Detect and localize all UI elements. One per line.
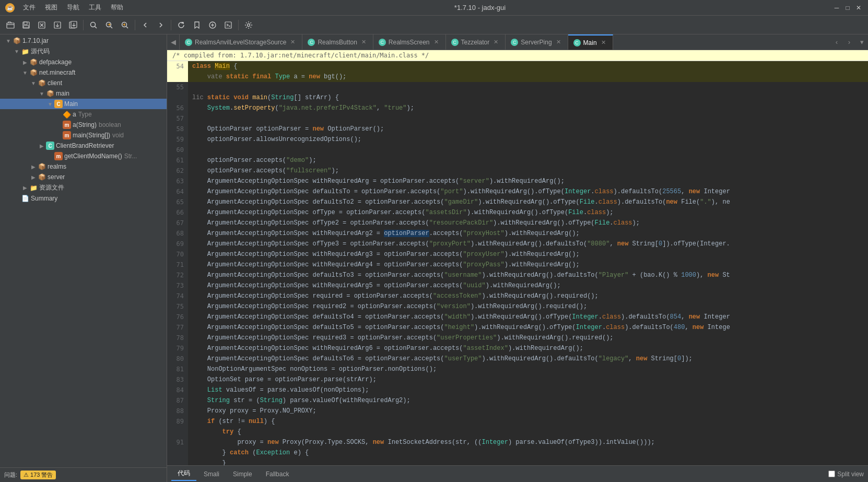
menu-file[interactable]: 文件 xyxy=(19,2,40,14)
code-editor[interactable]: /* compiled from: 1.7.10.jar:net/minecra… xyxy=(167,50,868,465)
code-line-80: ArgumentAcceptingOptionSpec defaultsTo6 … xyxy=(188,354,868,364)
tree-label-main-method: main(String[]) xyxy=(73,132,110,139)
close-button[interactable]: ✕ xyxy=(854,4,863,12)
tab-RealmsButton[interactable]: C RealmsButton ✕ xyxy=(302,34,373,50)
tree-arrow-root: ▼ xyxy=(4,38,13,44)
tree-item-ClientBrandRetriever[interactable]: ▶ C ClientBrandRetriever xyxy=(0,140,167,151)
collapse-panel-button[interactable]: ◀ xyxy=(167,34,180,50)
tab-label-Main: Main xyxy=(583,39,597,46)
code-line-83: OptionSet parse = optionParser.parse(str… xyxy=(188,374,868,385)
settings-button[interactable] xyxy=(241,18,256,32)
search-button[interactable] xyxy=(86,18,101,32)
warn-icon: ⚠ xyxy=(24,472,29,478)
package-icon-defpackage: 📦 xyxy=(29,58,38,66)
bottom-tab-code[interactable]: 代码 xyxy=(171,467,196,481)
tab-nav-next[interactable]: › xyxy=(843,34,855,50)
tab-close-ServerPing[interactable]: ✕ xyxy=(555,38,562,46)
forward-button[interactable] xyxy=(154,18,168,32)
refresh-button[interactable] xyxy=(174,18,189,32)
bottom-tab-smali[interactable]: Smali xyxy=(197,468,226,480)
tab-close-RealmsButton[interactable]: ✕ xyxy=(360,38,368,46)
window-controls: ─ □ ✕ xyxy=(832,4,863,12)
toolbar-sep-3 xyxy=(171,20,171,30)
search-prev-button[interactable] xyxy=(102,18,116,32)
tab-label-ServerPing: ServerPing xyxy=(521,39,552,46)
tree-item-resources[interactable]: ▶ 📁 资源文件 xyxy=(0,182,167,193)
ln-62: 62 xyxy=(167,166,188,176)
bottom-tab-fallback[interactable]: Fallback xyxy=(260,468,296,480)
ln-77: 77 xyxy=(167,322,188,333)
menu-view[interactable]: 视图 xyxy=(41,2,62,14)
tab-close-Main[interactable]: ✕ xyxy=(600,39,607,46)
summary-icon: 📄 xyxy=(21,194,29,203)
tree-item-client[interactable]: ▼ 📦 client xyxy=(0,78,167,88)
code-line-77: ArgumentAcceptingOptionSpec defaultsTo5 … xyxy=(188,322,868,333)
code-line-91: proxy = new Proxy(Proxy.Type.SOCKS, new … xyxy=(188,437,868,448)
tab-icon-RealmsButton: C xyxy=(308,39,315,46)
ln-57: 57 xyxy=(167,113,188,124)
tree-item-defpackage[interactable]: ▶ 📦 defpackage xyxy=(0,57,167,67)
bookmark-button[interactable] xyxy=(190,18,204,32)
svg-point-10 xyxy=(91,22,96,27)
tree-item-realms[interactable]: ▶ 📦 realms xyxy=(0,161,167,172)
tree-label-a-method: a(String) xyxy=(73,121,97,128)
back-button[interactable] xyxy=(138,18,153,32)
tree-item-main-method[interactable]: m main(String[]) void xyxy=(0,130,167,140)
package-icon-main: 📦 xyxy=(46,89,54,98)
tree-item-source[interactable]: ▼ 📁 源代码 xyxy=(0,46,167,57)
title-bar: ☕ 文件 视图 导航 工具 帮助 *1.7.10 - jadx-gui ─ □ … xyxy=(0,0,868,16)
tree-item-root[interactable]: ▼ 📦 1.7.10.jar xyxy=(0,36,167,46)
minimize-button[interactable]: ─ xyxy=(832,4,841,12)
svg-point-20 xyxy=(248,23,250,26)
tree-item-server[interactable]: ▶ 📦 server xyxy=(0,172,167,182)
tab-icon-Main: C xyxy=(573,39,581,46)
tree-item-getClientModName[interactable]: m getClientModName() Str... xyxy=(0,151,167,161)
tab-label-RealmsButton: RealmsButton xyxy=(318,39,357,46)
menu-help[interactable]: 帮助 xyxy=(107,2,127,14)
maximize-button[interactable]: □ xyxy=(843,4,852,12)
tree-label-client: client xyxy=(48,79,62,87)
save-button[interactable] xyxy=(19,18,33,32)
ln-79: 79 xyxy=(167,343,188,354)
tab-nav-prev[interactable]: ‹ xyxy=(830,34,843,50)
code-line-67: ArgumentAcceptingOptionSpec ofType2 = op… xyxy=(188,218,868,228)
tab-ServerPing[interactable]: C ServerPing ✕ xyxy=(506,34,568,50)
tab-close-RealmsScreen[interactable]: ✕ xyxy=(432,38,440,46)
tab-RealmsScreen[interactable]: C RealmsScreen ✕ xyxy=(373,34,446,50)
tab-close-RealmsAnvil[interactable]: ✕ xyxy=(289,38,297,46)
menu-nav[interactable]: 导航 xyxy=(63,2,84,14)
tree-item-net-minecraft[interactable]: ▼ 📦 net.minecraft xyxy=(0,67,167,78)
tab-RealmsAnvilLevelStorageSource[interactable]: C RealmsAnvilLevelStorageSource ✕ xyxy=(180,34,302,50)
ln-blank2 xyxy=(167,92,188,103)
tab-close-Tezzelator[interactable]: ✕ xyxy=(492,38,500,46)
open-button[interactable] xyxy=(3,18,18,32)
tree-item-summary[interactable]: 📄 Summary xyxy=(0,193,167,204)
tree-label-a-type-sub: Type xyxy=(78,111,92,118)
ln-66: 66 xyxy=(167,207,188,218)
close-file-button[interactable] xyxy=(34,18,49,32)
export2-button[interactable] xyxy=(66,18,80,32)
tab-label-RealmsScreen: RealmsScreen xyxy=(389,39,430,46)
ln-75: 75 xyxy=(167,301,188,312)
tree-label-a-type: a xyxy=(73,111,76,118)
tree-item-main-pkg[interactable]: ▼ 📦 main xyxy=(0,88,167,99)
bottom-tab-simple[interactable]: Simple xyxy=(227,468,259,480)
search-next-button[interactable] xyxy=(118,18,132,32)
split-view-label[interactable]: Split view xyxy=(828,471,864,478)
export-button[interactable] xyxy=(50,18,65,32)
tab-label-RealmsAnvil: RealmsAnvilLevelStorageSource xyxy=(195,39,286,46)
add-button[interactable] xyxy=(205,18,220,32)
tab-Main[interactable]: C Main ✕ xyxy=(568,34,613,50)
split-view-checkbox[interactable] xyxy=(828,471,835,477)
tree-item-Main[interactable]: ▼ C Main xyxy=(0,99,167,109)
ln-61: 61 xyxy=(167,155,188,166)
decompile-button[interactable] xyxy=(221,18,236,32)
tab-list-button[interactable]: ▾ xyxy=(855,34,868,50)
ln-80: 80 xyxy=(167,354,188,364)
tab-Tezzelator[interactable]: C Tezzelator ✕ xyxy=(446,34,506,50)
menu-tools[interactable]: 工具 xyxy=(85,2,105,14)
tree-item-a-type[interactable]: 🔶 a Type xyxy=(0,109,167,120)
bottom-bar: 代码 Smali Simple Fallback Split view xyxy=(167,465,868,482)
tree-item-a-method[interactable]: m a(String) boolean xyxy=(0,120,167,130)
tree-label-server: server xyxy=(48,173,65,181)
